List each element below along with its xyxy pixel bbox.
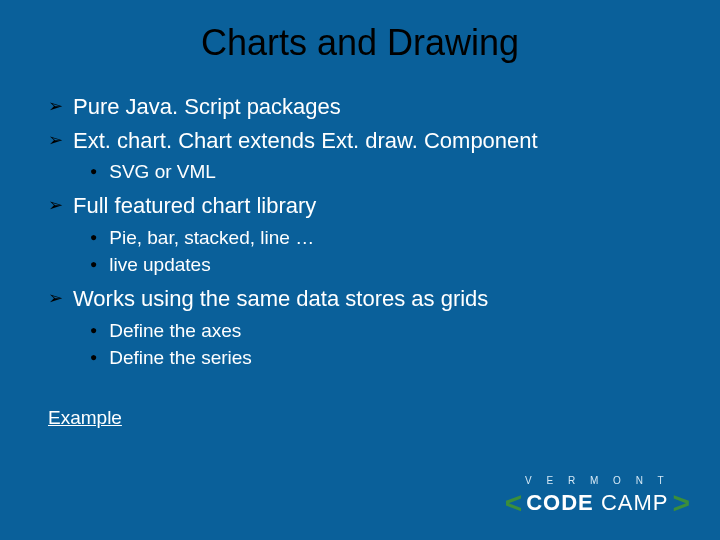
bullet-item: ➢ Works using the same data stores as gr… [48, 284, 672, 314]
arrow-icon: ➢ [48, 126, 63, 154]
slide-title: Charts and Drawing [0, 0, 720, 64]
sub-list: ● SVG or VML [48, 159, 672, 185]
sub-bullet-item: ● Define the axes [90, 318, 672, 344]
bullet-text: Full featured chart library [73, 191, 316, 221]
bullet-item: ➢ Pure Java. Script packages [48, 92, 672, 122]
sub-bullet-text: live updates [109, 252, 210, 278]
sub-bullet-item: ● SVG or VML [90, 159, 672, 185]
sub-bullet-text: SVG or VML [109, 159, 216, 185]
sub-bullet-item: ● live updates [90, 252, 672, 278]
bullet-text: Works using the same data stores as grid… [73, 284, 488, 314]
arrow-icon: ➢ [48, 92, 63, 120]
sub-list: ● Pie, bar, stacked, line … ● live updat… [48, 225, 672, 278]
arrow-icon: ➢ [48, 284, 63, 312]
sub-bullet-text: Define the axes [109, 318, 241, 344]
slide: Charts and Drawing ➢ Pure Java. Script p… [0, 0, 720, 540]
example-link[interactable]: Example [48, 405, 122, 431]
logo-top-text: V E R M O N T [505, 475, 690, 486]
bullet-item: ➢ Full featured chart library [48, 191, 672, 221]
dot-icon: ● [90, 345, 97, 369]
slide-content: ➢ Pure Java. Script packages ➢ Ext. char… [0, 64, 720, 432]
sub-bullet-item: ● Define the series [90, 345, 672, 371]
sub-list: ● Define the axes ● Define the series [48, 318, 672, 371]
dot-icon: ● [90, 159, 97, 183]
arrow-icon: ➢ [48, 191, 63, 219]
bullet-text: Pure Java. Script packages [73, 92, 341, 122]
sub-bullet-text: Pie, bar, stacked, line … [109, 225, 314, 251]
sub-bullet-text: Define the series [109, 345, 252, 371]
dot-icon: ● [90, 252, 97, 276]
logo-code-text: CODE CAMP [526, 492, 668, 514]
angle-right-icon: > [672, 488, 690, 518]
angle-left-icon: < [505, 488, 523, 518]
bullet-text: Ext. chart. Chart extends Ext. draw. Com… [73, 126, 538, 156]
dot-icon: ● [90, 318, 97, 342]
vermont-code-camp-logo: V E R M O N T < CODE CAMP > [505, 475, 690, 518]
sub-bullet-item: ● Pie, bar, stacked, line … [90, 225, 672, 251]
dot-icon: ● [90, 225, 97, 249]
logo-main: < CODE CAMP > [505, 488, 690, 518]
bullet-item: ➢ Ext. chart. Chart extends Ext. draw. C… [48, 126, 672, 156]
